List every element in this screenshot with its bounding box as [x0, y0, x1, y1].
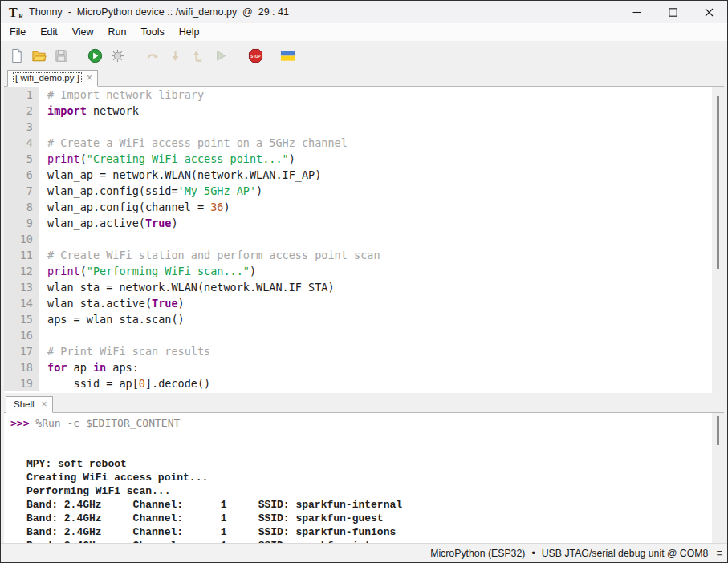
menu-tools[interactable]: Tools: [134, 23, 172, 41]
code-line[interactable]: 4# Create a WiFi access point on a 5GHz …: [4, 135, 724, 151]
run-button[interactable]: [84, 45, 105, 66]
line-number: 13: [4, 279, 39, 295]
code-line[interactable]: 11# Create WiFi station and perform acce…: [4, 247, 724, 263]
menu-run[interactable]: Run: [101, 23, 134, 41]
code-text: print("Creating WiFi access point..."): [39, 151, 295, 167]
line-number: 17: [4, 343, 39, 359]
code-line[interactable]: 6wlan_ap = network.WLAN(network.WLAN.IF_…: [4, 167, 724, 183]
line-number: 1: [4, 87, 39, 103]
menu-file[interactable]: File: [2, 23, 33, 41]
code-line[interactable]: 15aps = wlan_sta.scan(): [4, 311, 724, 327]
shell-output: MPY: soft rebootCreating WiFi access poi…: [10, 430, 708, 543]
menu-bar: FileEditViewRunToolsHelp: [1, 23, 727, 41]
line-number: 18: [4, 359, 39, 375]
resume-icon: [213, 48, 228, 63]
code-text: print("Performing WiFi scan..."): [39, 263, 256, 279]
tab-shell[interactable]: Shell ×: [6, 396, 53, 413]
code-text: wlan_sta.active(True): [39, 295, 185, 311]
new-file-button[interactable]: [6, 45, 26, 66]
code-line[interactable]: 7wlan_ap.config(ssid='My 5GHz AP'): [4, 183, 724, 199]
code-line[interactable]: 13wlan_sta = network.WLAN(network.WLAN.I…: [4, 279, 724, 295]
ukraine-flag-button[interactable]: [277, 45, 298, 66]
shell-output-line: Creating WiFi access point...: [10, 471, 708, 484]
code-text: wlan_ap.active(True): [39, 215, 178, 231]
menu-edit[interactable]: Edit: [33, 23, 65, 41]
step-over-button: [142, 45, 163, 66]
stop-button[interactable]: STOP: [245, 45, 266, 66]
shell-panel[interactable]: >>> %Run -c $EDITOR_CONTENT MPY: soft re…: [4, 413, 724, 543]
code-text: # Print WiFi scan results: [39, 343, 210, 359]
line-number: 9: [4, 215, 39, 231]
shell-prompt: >>>: [10, 417, 29, 429]
port-selector[interactable]: USB JTAG/serial debug unit @ COM8: [539, 548, 712, 559]
code-line[interactable]: 16: [4, 327, 724, 343]
line-number: 6: [4, 167, 39, 183]
code-line[interactable]: 9wlan_ap.active(True): [4, 215, 724, 231]
code-text: wlan_ap = network.WLAN(network.WLAN.IF_A…: [39, 167, 321, 183]
line-number: 14: [4, 295, 39, 311]
editor-tab-row: [ wifi_demo.py ] ×: [4, 70, 724, 87]
code-text: ssid = ap[0].decode(): [39, 375, 210, 391]
code-text: [39, 231, 47, 247]
line-number: 5: [4, 151, 39, 167]
menu-view[interactable]: View: [65, 23, 101, 41]
line-number: 8: [4, 199, 39, 215]
code-line[interactable]: 12print("Performing WiFi scan..."): [4, 263, 724, 279]
status-bullet: •: [528, 548, 538, 559]
editor-scrollbar[interactable]: [712, 87, 724, 393]
toolbar: STOP: [1, 41, 727, 70]
code-line[interactable]: 17# Print WiFi scan results: [4, 343, 724, 359]
code-text: import network: [39, 103, 139, 119]
code-editor[interactable]: 1# Import network library2import network…: [4, 87, 724, 393]
editor-scrollbar-thumb[interactable]: [717, 96, 719, 269]
open-file-button[interactable]: [28, 45, 49, 66]
code-line[interactable]: 19 ssid = ap[0].decode(): [4, 375, 724, 391]
tab-close-icon[interactable]: ×: [87, 74, 92, 82]
svg-text:STOP: STOP: [250, 54, 260, 58]
close-button[interactable]: [691, 1, 727, 23]
code-line[interactable]: 8wlan_ap.config(channel = 36): [4, 199, 724, 215]
line-number: 4: [4, 135, 39, 151]
shell-tab-close-icon[interactable]: ×: [42, 400, 47, 408]
debug-icon: [110, 48, 125, 63]
shell-scrollbar-thumb[interactable]: [717, 416, 719, 445]
code-text: # Create WiFi station and perform access…: [39, 247, 380, 263]
step-into-button: [165, 45, 185, 66]
shell-output-line: [10, 430, 708, 444]
thonny-logo-icon: TR: [9, 6, 22, 19]
code-line[interactable]: 18for ap in aps:: [4, 359, 724, 375]
backend-menu-icon[interactable]: ≡: [716, 547, 722, 559]
minimize-button[interactable]: [619, 1, 655, 23]
code-text: wlan_sta = network.WLAN(network.WLAN.IF_…: [39, 279, 335, 295]
title-bar[interactable]: TR Thonny - MicroPython device :: /wifi_…: [1, 1, 727, 23]
line-number: 2: [4, 103, 39, 119]
thonny-window: TR Thonny - MicroPython device :: /wifi_…: [0, 0, 728, 563]
backend-selector[interactable]: MicroPython (ESP32): [427, 548, 528, 559]
open-folder-icon: [31, 48, 47, 63]
code-line[interactable]: 5print("Creating WiFi access point..."): [4, 151, 724, 167]
code-line[interactable]: 2import network: [4, 103, 724, 119]
debug-button[interactable]: [107, 45, 128, 66]
line-number: 19: [4, 375, 39, 391]
code-line[interactable]: 14wlan_sta.active(True): [4, 295, 724, 311]
step-over-icon: [145, 48, 161, 63]
code-text: [39, 327, 47, 343]
line-number: 12: [4, 263, 39, 279]
main-area: [ wifi_demo.py ] × 1# Import network lib…: [1, 70, 727, 543]
shell-tab-label: Shell: [11, 399, 37, 410]
status-bar: MicroPython (ESP32) • USB JTAG/serial de…: [1, 543, 727, 562]
ukraine-flag-icon: [280, 48, 295, 63]
maximize-button[interactable]: [655, 1, 691, 23]
code-text: wlan_ap.config(ssid='My 5GHz AP'): [39, 183, 262, 199]
tab-wifi-demo[interactable]: [ wifi_demo.py ] ×: [7, 70, 98, 87]
code-line[interactable]: 3: [4, 119, 724, 135]
code-line[interactable]: 1# Import network library: [4, 87, 724, 103]
menu-help[interactable]: Help: [172, 23, 207, 41]
step-out-icon: [190, 48, 205, 63]
shell-scrollbar[interactable]: [712, 413, 724, 543]
code-text: wlan_ap.config(channel = 36): [39, 199, 230, 215]
code-line[interactable]: 10: [4, 231, 724, 247]
maximize-icon: [669, 8, 677, 17]
stop-icon: STOP: [248, 48, 263, 63]
shell-output-line: [10, 444, 708, 457]
